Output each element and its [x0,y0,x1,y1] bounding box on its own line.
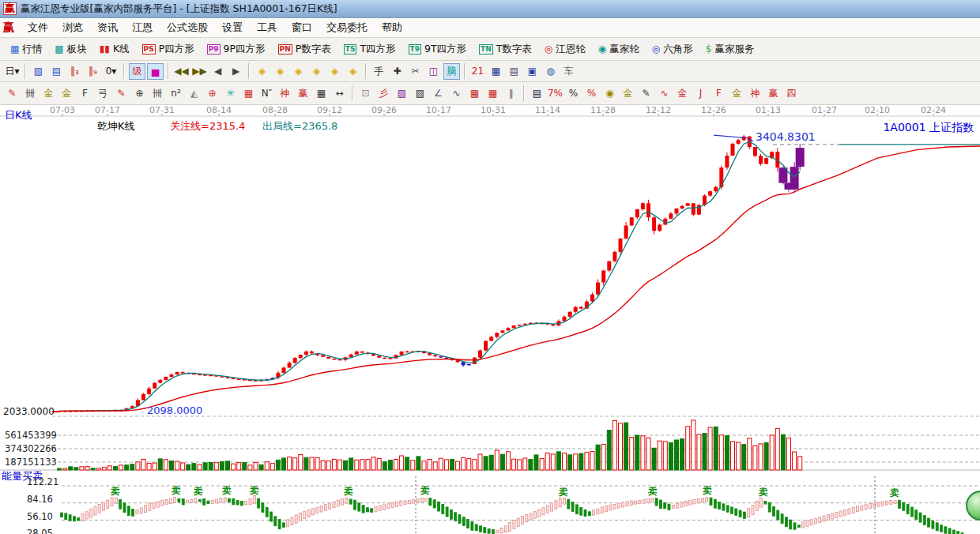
title-bar[interactable]: 赢 赢家江恩专业版[赢家内部服务平台] - [上证指数 SH1A0001-167… [0,0,980,18]
percent-lines-icon[interactable]: % [583,85,600,102]
t-number-table-button[interactable]: TNT数字表 [473,40,537,58]
winner-wheel-button[interactable]: ◉赢家轮 [593,40,645,58]
color-histogram-icon[interactable]: ▅ [147,63,164,80]
menu-item-4[interactable]: 公式选股 [160,19,215,36]
span-arrows-icon[interactable]: ↔ [331,85,348,102]
ink-pen-icon[interactable]: ✎ [638,85,654,102]
angle-mirror-icon[interactable]: ◭ [186,85,202,102]
hexagon-button[interactable]: ◎六角形 [646,40,699,58]
menu-item-9[interactable]: 帮助 [375,19,409,36]
pattern-window-icon[interactable]: ▨ [30,63,47,80]
toolbar-separator [248,63,250,79]
gann-gold-grid-icon[interactable]: 金 [40,85,57,102]
j-angle-icon[interactable]: J [692,85,709,102]
star-grid-icon[interactable]: ✳ [222,85,239,102]
next-bar-icon[interactable]: ▶ [228,63,244,80]
red-grid-a-icon[interactable]: ▦ [466,85,483,102]
si-angle-icon[interactable]: 四 [783,85,800,102]
purple-grid-rays-icon[interactable]: ▨ [394,85,410,102]
qiankun-kline-icon[interactable]: 级 [129,63,145,80]
chart-canvas[interactable]: 07-0307-1707-3108-1408-2809-1209-2610-17… [0,105,980,534]
gann-wheel-button[interactable]: ◎江恩轮 [539,40,591,58]
grid-123-icon[interactable]: ▦ [313,85,330,102]
calculator-icon[interactable]: ▦ [488,63,504,80]
box-corner-icon[interactable]: ⊡ [357,85,374,102]
diamond-hexpand-icon[interactable]: ◈ [290,63,307,80]
circle-ruler-icon[interactable]: ⊕ [131,85,148,102]
gold-lines-icon[interactable]: 金 [620,85,636,102]
shen-grid-icon[interactable]: 神 [277,85,293,102]
zero-dropdown[interactable]: 0▾ [103,63,119,80]
calendar-21-icon[interactable]: 21 [469,63,486,80]
circle-gold-icon[interactable]: ◉ [601,85,618,102]
last-page-icon[interactable]: ▶▶ [191,63,208,80]
menu-item-5[interactable]: 设置 [215,19,250,36]
sector-blocks-button[interactable]: ▩板块 [49,40,92,58]
menu-item-1[interactable]: 浏览 [55,19,90,36]
p-square-button[interactable]: PSP四方形 [137,40,200,58]
parallel-lines-icon[interactable]: ∥ [503,85,519,102]
pen-ruler-icon[interactable]: ✎ [113,85,130,102]
diamond-left-icon[interactable]: ◈ [254,63,270,80]
ying-angle-icon[interactable]: 赢 [765,85,782,102]
diamond-hcompress-icon[interactable]: ◈ [308,63,325,80]
quote-table-button[interactable]: ▦行情 [5,40,47,58]
crosshair-icon[interactable]: ✚ [389,63,405,80]
wave-lines-icon[interactable]: ∿ [448,85,465,102]
percent-icon[interactable]: % [565,85,582,102]
box-grid-icon[interactable]: ▦ [240,85,257,102]
circle-cross-icon[interactable]: ⊕ [204,85,220,102]
smart-brain-icon[interactable]: 脑 [443,63,460,80]
notepad-icon[interactable]: ▤ [506,63,522,80]
spiral-tool-icon[interactable]: 弓 [95,85,111,102]
9p-square-button[interactable]: P99P四方形 [202,40,271,58]
menu-item-8[interactable]: 交易委托 [319,19,375,36]
gold-lines-red-icon[interactable]: 金 [674,85,691,102]
purple-frame-tool-icon[interactable]: ◫ [425,63,442,80]
t-square-button[interactable]: TST四方形 [338,40,401,58]
prev-bar-icon[interactable]: ◀ [209,63,226,80]
bars-3-icon[interactable]: ‖₃ [66,63,83,80]
toolbar-separator [365,63,367,79]
menu-item-0[interactable]: 文件 [21,19,55,36]
save-disk-icon[interactable]: ▣ [524,63,541,80]
shen-angle-icon[interactable]: 神 [747,85,763,102]
date-axis: 07-0307-1707-3108-1408-2809-1209-2610-17… [50,105,946,116]
period-day-dropdown[interactable]: 日▾ [4,63,21,80]
diamond-vexpand-icon[interactable]: ◈ [345,63,361,80]
f-ruler-icon[interactable]: F [77,85,93,102]
red-grid-b-icon[interactable]: ▦ [484,85,501,102]
bars-percent-icon[interactable]: ▤ [529,85,545,102]
export-globe-icon[interactable]: ◍ [542,63,559,80]
ying-grid-icon[interactable]: 赢 [295,85,311,102]
hand-drag-icon[interactable]: 手 [371,63,387,80]
9t-square-button[interactable]: T99T四方形 [403,40,473,58]
n-quote-icon[interactable]: Ν″ [258,85,275,102]
f-angle-icon[interactable]: F [710,85,727,102]
kline-button[interactable]: ▮▮K线 [94,40,135,58]
dark-grid-rays-icon[interactable]: ▧ [412,85,428,102]
menu-item-6[interactable]: 工具 [250,19,285,36]
ruler-grid-icon[interactable]: 卌 [22,85,39,102]
pen-tool-icon[interactable]: ✎ [4,85,21,102]
percent-slash-icon[interactable]: 7% [547,85,564,102]
info-doc-icon[interactable]: ▤ [48,63,65,80]
gold-angle-icon[interactable]: 金 [729,85,745,102]
n-squared-icon[interactable]: n² [168,85,184,102]
diamond-right-icon[interactable]: ◈ [272,63,288,80]
winner-service-button[interactable]: $赢家服务 [700,40,760,58]
wave-av-icon[interactable]: ∿ [656,85,673,102]
red-rays-icon[interactable]: 彡 [375,85,392,102]
p-number-table-button[interactable]: PNP数字表 [273,40,337,58]
first-page-icon[interactable]: ◀◀ [173,63,190,80]
diamond-vcompress-icon[interactable]: ◈ [326,63,343,80]
angle-lines-icon[interactable]: ∠ [430,85,447,102]
gann-gold-grid2-icon[interactable]: 金 [58,85,75,102]
snip-pointer-icon[interactable]: ✂ [407,63,424,80]
trade-truck-icon[interactable]: 车 [560,63,577,80]
plain-ruler-icon[interactable]: 卌 [149,85,166,102]
bars-9-icon[interactable]: ‖₉ [85,63,101,80]
menu-item-3[interactable]: 江恩 [125,19,160,36]
menu-item-2[interactable]: 资讯 [90,19,125,36]
menu-item-7[interactable]: 窗口 [285,19,319,36]
